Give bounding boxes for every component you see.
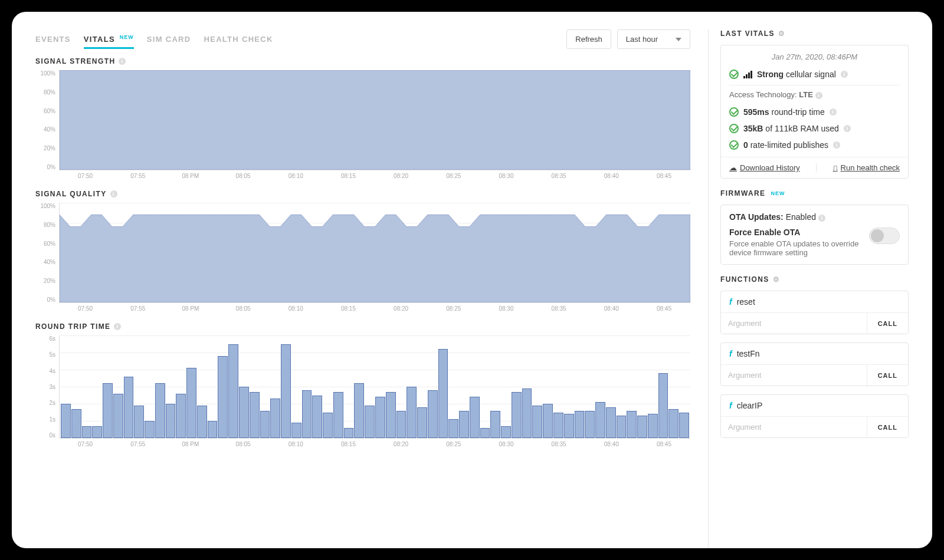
function-name: reset [737, 297, 755, 307]
gear-icon[interactable]: ⚙ [773, 275, 780, 284]
info-icon[interactable]: i [110, 190, 117, 197]
y-axis: 100%80%60%40%20%0% [35, 203, 59, 303]
vitals-card-footer: ☁ Download History ⎍ Run health check [721, 157, 908, 178]
info-icon[interactable]: i [815, 92, 822, 99]
plot-area [59, 70, 690, 170]
vital-rate-text: 0 rate-limited publishes [743, 140, 828, 150]
function-name: clearIP [737, 401, 763, 410]
area-path [60, 203, 690, 302]
bar [61, 404, 71, 438]
gear-icon[interactable]: ⚙ [778, 29, 785, 38]
refresh-button[interactable]: Refresh [566, 29, 611, 49]
signal-strength-chart: 100%80%60%40%20%0% 07:5007:5508 PM08:050… [35, 70, 690, 179]
force-ota-toggle[interactable] [869, 228, 900, 244]
ota-status: OTA Updates: Enabled i [729, 212, 900, 222]
vital-ram: 35kB of 111kB RAM used i [729, 120, 900, 137]
bar [512, 392, 522, 438]
signal-quality-title: SIGNAL QUALITY i [35, 190, 690, 198]
bar [522, 388, 532, 438]
bar [428, 390, 438, 438]
function-icon: f [729, 401, 732, 410]
rtt-label: ROUND TRIP TIME [35, 322, 110, 331]
function-call-button[interactable]: CALL [867, 313, 908, 334]
top-controls: Refresh Last hour [566, 29, 690, 49]
bar [396, 411, 407, 438]
bar [459, 411, 469, 438]
vital-ram-text: 35kB of 111kB RAM used [743, 124, 839, 133]
bar [82, 426, 92, 438]
x-axis: 07:5007:5508 PM08:0508:1008:1508:2008:25… [59, 439, 690, 447]
bar [239, 387, 249, 438]
info-icon[interactable]: i [833, 141, 840, 149]
new-badge: NEW [120, 34, 134, 40]
functions-list: fresetCALLftestFnCALLfclearIPCALL [720, 291, 909, 438]
signal-bars-icon [743, 70, 752, 78]
chevron-down-icon [676, 38, 681, 41]
bar [470, 397, 480, 438]
bar [365, 406, 375, 438]
info-icon[interactable]: i [114, 323, 121, 330]
last-vitals-card: Jan 27th, 2020, 08:46PM Strong cellular … [720, 45, 909, 179]
function-call-button[interactable]: CALL [867, 365, 908, 386]
signal-quality-label: SIGNAL QUALITY [35, 190, 107, 198]
bar [228, 344, 238, 439]
cloud-download-icon: ☁ [729, 163, 737, 172]
download-history-link[interactable]: ☁ Download History [729, 163, 800, 172]
bar [575, 411, 585, 438]
bar [155, 383, 165, 438]
function-argument-input[interactable] [721, 365, 867, 386]
bars [60, 335, 690, 438]
area-path [60, 70, 690, 170]
rtt-chart: 6s5s4s3s2s1s0s 07:5007:5508 PM08:0508:10… [35, 335, 690, 447]
bar [250, 392, 260, 438]
bar [501, 426, 511, 438]
functions-label: FUNCTIONS [720, 275, 769, 284]
bar [532, 406, 542, 438]
function-icon: f [729, 297, 732, 307]
tab-sim-card[interactable]: SIM CARD [147, 35, 191, 47]
info-icon[interactable]: i [119, 58, 126, 65]
info-icon[interactable]: i [818, 215, 825, 222]
time-range-select[interactable]: Last hour [617, 29, 690, 49]
function-argument-input[interactable] [721, 313, 867, 334]
check-icon [729, 107, 739, 117]
plot-area [59, 203, 690, 303]
function-argument-input[interactable] [721, 417, 867, 437]
tab-events[interactable]: EVENTS [35, 35, 71, 47]
bar [166, 404, 176, 438]
bar [92, 426, 102, 438]
bar [302, 390, 312, 438]
bar [543, 404, 553, 438]
bar [585, 411, 595, 438]
app-window: EVENTS VITALS NEW SIM CARD HEALTH CHECK … [12, 12, 932, 548]
force-ota-desc: Force enable OTA updates to override dev… [729, 239, 863, 257]
run-health-check-link[interactable]: ⎍ Run health check [833, 163, 900, 172]
bar [281, 344, 291, 439]
info-icon[interactable]: i [844, 125, 851, 132]
sidebar: LAST VITALS ⚙ Jan 27th, 2020, 08:46PM St… [708, 29, 909, 548]
y-axis: 100%80%60%40%20%0% [35, 70, 59, 170]
function-card: ftestFnCALL [720, 342, 909, 386]
force-ota-title: Force Enable OTA [729, 228, 863, 237]
vital-signal-text: Strong cellular signal [757, 70, 836, 79]
bar [186, 368, 196, 438]
tab-vitals[interactable]: VITALS NEW [84, 34, 134, 49]
bar [386, 392, 396, 438]
signal-strength-label: SIGNAL STRENGTH [35, 57, 115, 65]
bar [312, 396, 322, 439]
info-icon[interactable]: i [830, 108, 837, 116]
bar [354, 383, 364, 438]
plot-area [59, 335, 690, 439]
firmware-label: FIRMWARE [720, 189, 766, 197]
vital-rtt: 595ms round-trip time i [729, 104, 900, 120]
bar [218, 356, 228, 438]
bar [197, 406, 207, 438]
function-call-button[interactable]: CALL [867, 417, 908, 437]
tab-vitals-label: VITALS [84, 35, 115, 44]
tab-health-check[interactable]: HEALTH CHECK [204, 35, 273, 47]
bar [260, 411, 270, 438]
vitals-timestamp: Jan 27th, 2020, 08:46PM [729, 52, 900, 61]
main-content: EVENTS VITALS NEW SIM CARD HEALTH CHECK … [35, 29, 690, 548]
info-icon[interactable]: i [841, 71, 848, 78]
bar [606, 407, 616, 438]
